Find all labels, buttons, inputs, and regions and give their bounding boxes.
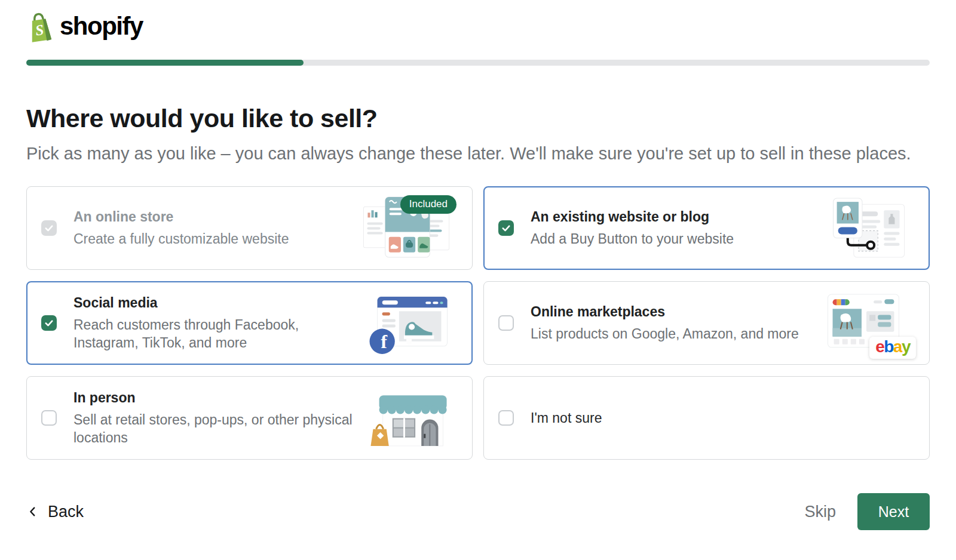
next-button[interactable]: Next (857, 493, 930, 530)
options-grid: An online store Create a fully customiza… (26, 186, 930, 460)
marketplaces-illustration: ebay (818, 288, 909, 358)
checkmark-icon (44, 223, 54, 233)
option-title: An existing website or blog (531, 209, 734, 225)
progress-bar (26, 60, 930, 66)
option-title: In person (73, 390, 360, 406)
included-badge: Included (400, 195, 456, 214)
shopify-wordmark: shopify (60, 12, 143, 43)
back-button[interactable]: Back (26, 503, 84, 521)
chevron-left-icon (26, 505, 39, 518)
option-description: Reach customers through Facebook, Instag… (73, 316, 360, 352)
option-card-online-marketplaces[interactable]: Online marketplaces List products on Goo… (483, 281, 930, 365)
social-media-illustration: f (360, 288, 451, 358)
option-card-in-person[interactable]: In person Sell at retail stores, pop-ups… (26, 376, 473, 460)
progress-bar-fill (26, 60, 304, 66)
checkbox-online-store (41, 220, 57, 236)
option-description: Sell at retail stores, pop-ups, or other… (73, 411, 360, 447)
ebay-letter: e (875, 337, 884, 356)
option-description: List products on Google, Amazon, and mor… (531, 325, 799, 343)
in-person-illustration (361, 383, 452, 453)
option-title: Online marketplaces (531, 304, 799, 320)
option-description: Add a Buy Button to your website (531, 230, 734, 248)
checkbox-existing-website[interactable] (498, 220, 514, 236)
checkbox-not-sure[interactable] (498, 410, 514, 426)
buy-button-illustration (817, 193, 908, 263)
ebay-logo: ebay (869, 337, 916, 359)
page-title: Where would you like to sell? (26, 104, 930, 133)
facebook-icon (369, 329, 394, 354)
shopify-bag-icon: S (26, 12, 54, 43)
checkmark-icon (44, 318, 54, 328)
option-title: I'm not sure (531, 410, 602, 426)
shopify-logo: S shopify (26, 10, 930, 45)
page-subtitle: Pick as many as you like – you can alway… (26, 144, 930, 164)
option-card-not-sure[interactable]: I'm not sure (483, 376, 930, 460)
ebay-letter: b (884, 337, 893, 356)
checkbox-social-media[interactable] (41, 315, 57, 331)
skip-button[interactable]: Skip (804, 503, 836, 521)
onboarding-page: S shopify Where would you like to sell? … (0, 0, 956, 560)
option-card-social-media[interactable]: Social media Reach customers through Fac… (26, 281, 473, 365)
option-card-existing-website[interactable]: An existing website or blog Add a Buy Bu… (483, 186, 930, 270)
checkmark-icon (501, 223, 511, 233)
ebay-letter: y (902, 337, 910, 356)
ebay-letter: a (893, 337, 902, 356)
facebook-letter: f (381, 331, 388, 352)
option-description: Create a fully customizable website (73, 230, 289, 248)
back-label: Back (48, 503, 84, 521)
option-title: Social media (73, 295, 360, 311)
footer: Back Skip Next (26, 493, 930, 530)
option-title: An online store (73, 209, 289, 225)
checkbox-online-marketplaces[interactable] (498, 315, 514, 331)
checkbox-in-person[interactable] (41, 410, 57, 426)
option-card-online-store: An online store Create a fully customiza… (26, 186, 473, 270)
